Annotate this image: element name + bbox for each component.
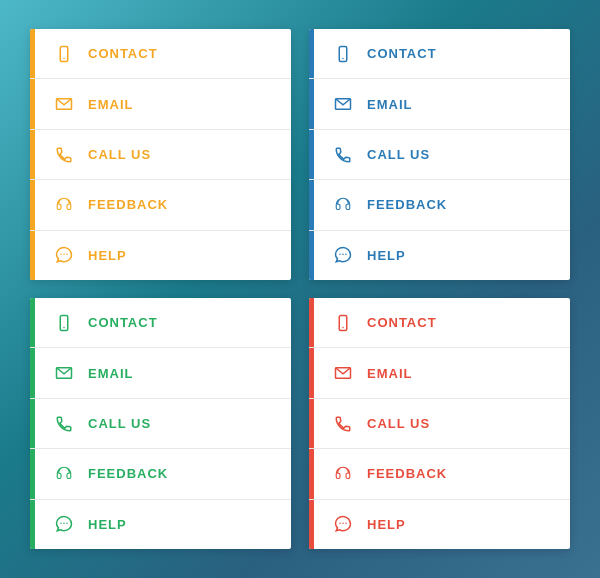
item-label-email: EMAIL xyxy=(88,97,133,112)
item-label-call: CALL US xyxy=(367,416,430,431)
item-label-headset: FEEDBACK xyxy=(367,466,447,481)
email-icon xyxy=(329,359,357,387)
menu-item-blue-phone[interactable]: CONTACT xyxy=(309,29,570,79)
menu-item-green-email[interactable]: EMAIL xyxy=(30,348,291,398)
svg-point-5 xyxy=(66,254,68,256)
accent-bar xyxy=(309,29,314,78)
accent-bar xyxy=(309,130,314,179)
accent-bar xyxy=(309,231,314,280)
svg-point-3 xyxy=(60,254,62,256)
accent-bar xyxy=(309,348,314,397)
panel-blue: CONTACTEMAILCALL USFEEDBACKHELP xyxy=(309,29,570,280)
svg-point-4 xyxy=(63,254,65,256)
menu-item-red-chat[interactable]: HELP xyxy=(309,500,570,549)
accent-bar xyxy=(309,500,314,549)
accent-bar xyxy=(309,298,314,347)
chat-icon xyxy=(50,241,78,269)
svg-point-23 xyxy=(345,523,347,525)
headset-icon xyxy=(329,460,357,488)
phone-icon xyxy=(50,309,78,337)
menu-item-orange-phone[interactable]: CONTACT xyxy=(30,29,291,79)
item-label-chat: HELP xyxy=(367,248,406,263)
accent-bar xyxy=(30,348,35,397)
item-label-headset: FEEDBACK xyxy=(88,466,168,481)
phone-icon xyxy=(329,309,357,337)
call-icon xyxy=(329,410,357,438)
item-label-headset: FEEDBACK xyxy=(367,197,447,212)
accent-bar xyxy=(309,79,314,128)
item-label-call: CALL US xyxy=(88,147,151,162)
panel-green: CONTACTEMAILCALL USFEEDBACKHELP xyxy=(30,298,291,549)
accent-bar xyxy=(309,449,314,498)
email-icon xyxy=(50,359,78,387)
item-label-call: CALL US xyxy=(88,416,151,431)
menu-item-blue-email[interactable]: EMAIL xyxy=(309,79,570,129)
menu-item-orange-call[interactable]: CALL US xyxy=(30,130,291,180)
svg-point-21 xyxy=(339,523,341,525)
menu-item-red-email[interactable]: EMAIL xyxy=(309,348,570,398)
headset-icon xyxy=(50,460,78,488)
accent-bar xyxy=(30,449,35,498)
svg-point-15 xyxy=(60,523,62,525)
menu-item-red-call[interactable]: CALL US xyxy=(309,399,570,449)
item-label-phone: CONTACT xyxy=(367,315,437,330)
menu-item-green-headset[interactable]: FEEDBACK xyxy=(30,449,291,499)
email-icon xyxy=(329,90,357,118)
menu-item-red-phone[interactable]: CONTACT xyxy=(309,298,570,348)
item-label-chat: HELP xyxy=(88,517,127,532)
item-label-email: EMAIL xyxy=(367,97,412,112)
call-icon xyxy=(329,141,357,169)
menu-item-blue-headset[interactable]: FEEDBACK xyxy=(309,180,570,230)
svg-point-11 xyxy=(345,254,347,256)
item-label-chat: HELP xyxy=(367,517,406,532)
phone-icon xyxy=(50,40,78,68)
svg-point-22 xyxy=(342,523,344,525)
headset-icon xyxy=(329,191,357,219)
svg-point-17 xyxy=(66,523,68,525)
menu-item-green-call[interactable]: CALL US xyxy=(30,399,291,449)
svg-point-16 xyxy=(63,523,65,525)
menu-item-blue-call[interactable]: CALL US xyxy=(309,130,570,180)
panel-red: CONTACTEMAILCALL USFEEDBACKHELP xyxy=(309,298,570,549)
accent-bar xyxy=(30,399,35,448)
menu-item-orange-chat[interactable]: HELP xyxy=(30,231,291,280)
menu-item-orange-email[interactable]: EMAIL xyxy=(30,79,291,129)
accent-bar xyxy=(30,298,35,347)
svg-point-9 xyxy=(339,254,341,256)
accent-bar xyxy=(30,79,35,128)
email-icon xyxy=(50,90,78,118)
chat-icon xyxy=(50,510,78,538)
accent-bar xyxy=(30,29,35,78)
item-label-phone: CONTACT xyxy=(367,46,437,61)
accent-bar xyxy=(30,500,35,549)
chat-icon xyxy=(329,241,357,269)
accent-bar xyxy=(309,180,314,229)
item-label-call: CALL US xyxy=(367,147,430,162)
main-grid: CONTACTEMAILCALL USFEEDBACKHELPCONTACTEM… xyxy=(10,9,590,569)
call-icon xyxy=(50,141,78,169)
headset-icon xyxy=(50,191,78,219)
item-label-chat: HELP xyxy=(88,248,127,263)
item-label-headset: FEEDBACK xyxy=(88,197,168,212)
item-label-phone: CONTACT xyxy=(88,315,158,330)
menu-item-orange-headset[interactable]: FEEDBACK xyxy=(30,180,291,230)
accent-bar xyxy=(309,399,314,448)
item-label-email: EMAIL xyxy=(367,366,412,381)
menu-item-green-chat[interactable]: HELP xyxy=(30,500,291,549)
menu-item-blue-chat[interactable]: HELP xyxy=(309,231,570,280)
menu-item-green-phone[interactable]: CONTACT xyxy=(30,298,291,348)
phone-icon xyxy=(329,40,357,68)
item-label-phone: CONTACT xyxy=(88,46,158,61)
menu-item-red-headset[interactable]: FEEDBACK xyxy=(309,449,570,499)
call-icon xyxy=(50,410,78,438)
panel-orange: CONTACTEMAILCALL USFEEDBACKHELP xyxy=(30,29,291,280)
accent-bar xyxy=(30,231,35,280)
chat-icon xyxy=(329,510,357,538)
item-label-email: EMAIL xyxy=(88,366,133,381)
accent-bar xyxy=(30,130,35,179)
svg-point-10 xyxy=(342,254,344,256)
accent-bar xyxy=(30,180,35,229)
